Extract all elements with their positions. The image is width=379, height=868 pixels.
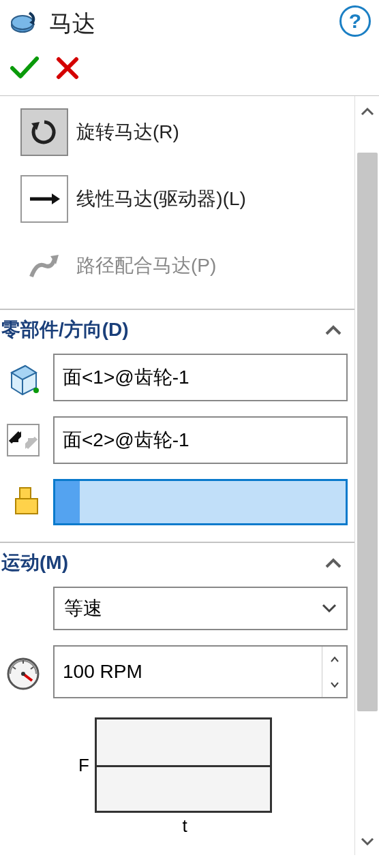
scroll-thumb[interactable]: [357, 153, 378, 711]
chevron-up-icon: [324, 319, 342, 341]
rotary-motor-label: 旋转马达(R): [76, 119, 179, 145]
speed-decrease-button[interactable]: [322, 672, 346, 697]
motor-location-input[interactable]: [53, 354, 348, 401]
help-button[interactable]: ?: [339, 5, 371, 37]
scroll-down-button[interactable]: [361, 826, 374, 855]
motor-direction-input[interactable]: [53, 416, 348, 464]
svg-point-21: [21, 672, 25, 676]
motion-title: 运动(M): [1, 550, 68, 576]
direction-icon[interactable]: [3, 420, 44, 461]
linear-motor-label: 线性马达(驱动器)(L): [76, 186, 246, 212]
motor-type-section: 旋转马达(R) 线性马达(驱动器)(L) 路径配: [0, 96, 354, 310]
graph-x-axis-label: t: [182, 816, 187, 837]
speed-value: 100 RPM: [55, 647, 322, 697]
graph-y-axis-label: F: [78, 755, 89, 776]
confirm-bar: [0, 48, 379, 96]
svg-marker-5: [52, 193, 60, 204]
vertical-scrollbar[interactable]: [354, 96, 379, 855]
speed-icon: [3, 651, 44, 692]
svg-point-10: [33, 388, 39, 393]
path-motor-option[interactable]: 路径配合马达(P): [20, 242, 348, 290]
panel-title: 马达: [49, 8, 95, 40]
rotary-motor-icon: [20, 108, 68, 156]
svg-marker-16: [16, 488, 37, 514]
component-relative-input[interactable]: [53, 479, 348, 525]
chevron-up-icon: [324, 552, 342, 574]
scroll-track[interactable]: [357, 125, 378, 826]
ok-button[interactable]: [10, 53, 40, 87]
component-direction-section: 零部件/方向(D): [0, 310, 354, 543]
graph-plot: [95, 717, 272, 813]
speed-input[interactable]: 100 RPM: [53, 645, 348, 698]
path-motor-icon: [20, 242, 68, 290]
component-direction-header[interactable]: 零部件/方向(D): [0, 310, 354, 350]
motor-icon: [8, 7, 42, 41]
motion-section: 运动(M) 等速: [0, 543, 354, 849]
cancel-button[interactable]: [56, 55, 79, 86]
component-direction-title: 零部件/方向(D): [1, 317, 129, 343]
panel-header: 马达 ?: [0, 0, 379, 48]
path-motor-label: 路径配合马达(P): [76, 253, 216, 279]
linear-motor-option[interactable]: 线性马达(驱动器)(L): [20, 175, 348, 223]
chevron-down-icon: [322, 601, 337, 617]
motion-type-value: 等速: [64, 595, 102, 621]
component-relative-icon: [3, 482, 44, 523]
component-face-icon: [3, 357, 44, 398]
rotary-motor-option[interactable]: 旋转马达(R): [20, 108, 348, 156]
blank-icon: [3, 588, 44, 629]
motion-type-select[interactable]: 等速: [53, 587, 348, 630]
motion-graph: F t: [3, 717, 348, 837]
scroll-up-button[interactable]: [361, 96, 374, 125]
linear-motor-icon: [20, 175, 68, 223]
speed-increase-button[interactable]: [322, 647, 346, 672]
motion-header[interactable]: 运动(M): [0, 543, 354, 583]
